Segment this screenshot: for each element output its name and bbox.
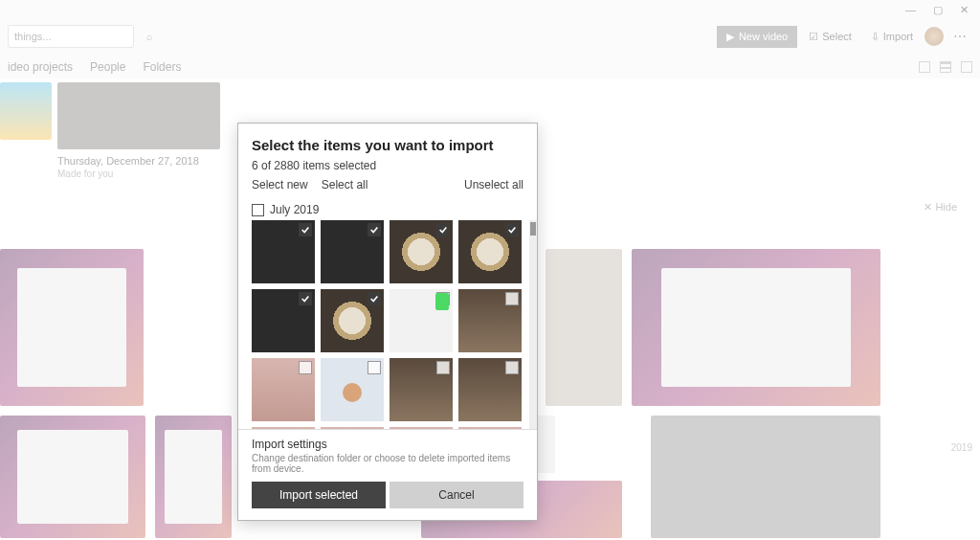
import-thumbnail[interactable] (390, 220, 453, 283)
import-thumbnail[interactable] (252, 358, 315, 421)
checkmark-icon[interactable] (436, 223, 450, 236)
selection-count: 6 of 2880 items selected (252, 159, 523, 172)
checkbox-icon[interactable] (368, 361, 381, 374)
checkbox-icon[interactable] (436, 292, 450, 305)
import-thumbnail[interactable] (390, 427, 453, 429)
import-thumbnail[interactable] (458, 289, 522, 352)
import-thumbnail[interactable] (390, 289, 453, 352)
select-all-link[interactable]: Select all (322, 178, 368, 191)
import-thumbnail[interactable] (458, 427, 522, 429)
import-thumbnail[interactable] (390, 358, 453, 421)
import-thumbnail[interactable] (321, 358, 384, 421)
scrollbar[interactable] (529, 220, 537, 429)
checkbox-icon[interactable] (505, 292, 519, 305)
import-thumbnail[interactable] (458, 220, 522, 283)
import-dialog: Select the items you want to import 6 of… (237, 123, 538, 521)
checkbox-icon[interactable] (505, 361, 519, 374)
checkbox-icon[interactable] (436, 361, 450, 374)
cancel-button[interactable]: Cancel (390, 482, 523, 508)
import-thumbnail[interactable] (321, 289, 384, 352)
import-thumbnail[interactable] (252, 220, 315, 283)
import-settings-sub: Change destination folder or choose to d… (252, 453, 523, 474)
dialog-title: Select the items you want to import (252, 137, 523, 153)
import-selected-button[interactable]: Import selected (252, 482, 386, 508)
group-label: July 2019 (270, 203, 319, 216)
date-group-header[interactable]: July 2019 (238, 197, 537, 220)
import-thumbnail[interactable] (458, 358, 522, 421)
select-new-link[interactable]: Select new (252, 178, 308, 191)
import-thumbnail[interactable] (321, 427, 384, 429)
import-settings-title: Import settings (252, 438, 523, 451)
checkmark-icon[interactable] (299, 292, 312, 305)
checkmark-icon[interactable] (368, 223, 381, 236)
checkmark-icon[interactable] (368, 292, 381, 305)
checkbox-icon[interactable] (299, 361, 312, 374)
scrollbar-thumb[interactable] (530, 222, 536, 236)
checkmark-icon[interactable] (505, 223, 519, 236)
unselect-all-link[interactable]: Unselect all (464, 178, 523, 191)
group-checkbox[interactable] (252, 204, 264, 216)
import-thumbnail[interactable] (321, 220, 384, 283)
thumbnail-scroll[interactable] (238, 220, 537, 429)
checkmark-icon[interactable] (299, 223, 312, 236)
import-thumbnail[interactable] (252, 427, 315, 429)
import-thumbnail[interactable] (252, 289, 315, 352)
